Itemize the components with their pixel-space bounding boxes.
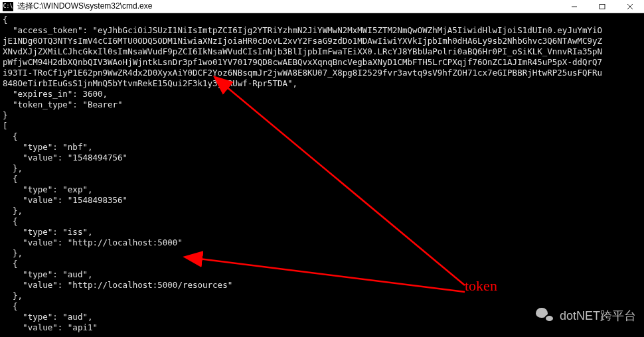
svg-line-6 <box>199 259 465 292</box>
watermark: dotNET跨平台 <box>536 308 636 324</box>
annotation-arrows <box>0 0 644 337</box>
watermark-text: dotNET跨平台 <box>560 308 636 324</box>
annotation-label: token <box>465 277 497 295</box>
wechat-icon <box>536 308 554 324</box>
svg-line-5 <box>226 86 465 285</box>
